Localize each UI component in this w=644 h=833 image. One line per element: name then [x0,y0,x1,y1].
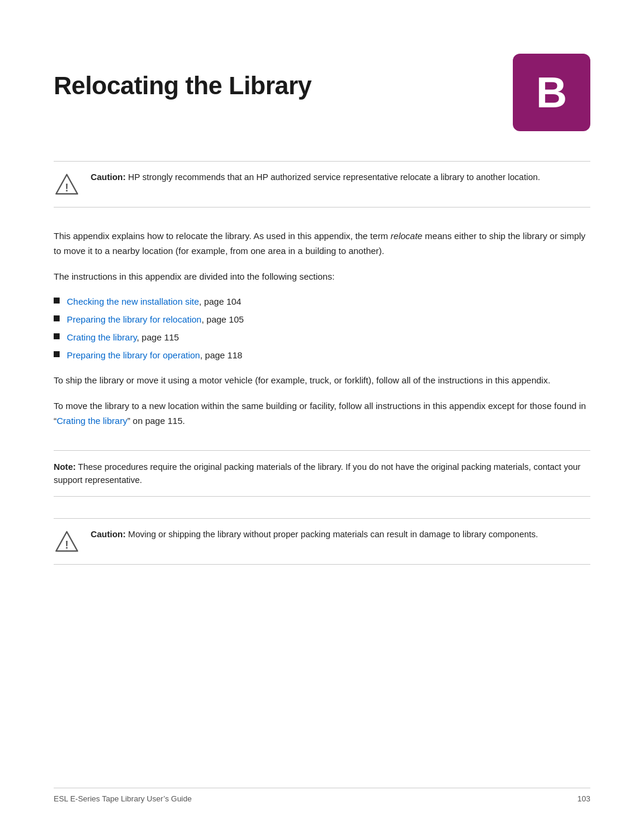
body-paragraph-1: To ship the library or move it using a m… [54,373,590,388]
list-item-text: Checking the new installation site, page… [67,295,242,309]
caution-box-1: ! Caution: HP strongly recommends that a… [54,161,590,208]
intro-paragraph-1: This appendix explains how to relocate t… [54,229,590,259]
caution-text-1: Caution: HP strongly recommends that an … [91,171,540,184]
italic-relocate: relocate [391,231,422,241]
caution-body-2: Moving or shipping the library without p… [128,529,538,539]
link-crating-inline[interactable]: Crating the library [57,416,127,426]
link-preparing-relocation[interactable]: Preparing the library for relocation [67,314,202,324]
caution-icon-2: ! [54,528,80,555]
chapter-badge: B [513,54,590,131]
caution-icon-1: ! [54,171,80,197]
bullet-square [54,315,60,321]
caution-label-2: Caution: [91,529,126,539]
list-item: Preparing the library for relocation, pa… [54,312,590,327]
header-area: Relocating the Library B [0,0,644,131]
caution-body-1: HP strongly recommends that an HP author… [128,172,540,182]
content-area: ! Caution: HP strongly recommends that a… [0,161,644,565]
bullet-square [54,351,60,357]
link-crating[interactable]: Crating the library [67,332,137,342]
caution-box-2: ! Caution: Moving or shipping the librar… [54,518,590,565]
list-item: Crating the library, page 115 [54,330,590,345]
link-preparing-operation[interactable]: Preparing the library for operation [67,350,200,360]
intro-paragraph-2: The instructions in this appendix are di… [54,270,590,284]
footer-page: 103 [577,794,590,803]
note-label: Note: [54,462,76,472]
chapter-title: Relocating the Library [54,54,311,100]
list-item-text: Crating the library, page 115 [67,330,179,345]
list-item: Preparing the library for operation, pag… [54,348,590,363]
svg-text:!: ! [65,182,69,194]
bullet-square [54,333,60,339]
bullet-square [54,298,60,304]
link-checking[interactable]: Checking the new installation site [67,296,199,306]
body-paragraph-2: To move the library to a new location wi… [54,399,590,429]
bullet-list: Checking the new installation site, page… [54,295,590,363]
list-item: Checking the new installation site, page… [54,295,590,309]
caution-text-2: Caution: Moving or shipping the library … [91,528,538,541]
note-body: These procedures require the original pa… [54,462,581,485]
chapter-badge-letter: B [536,71,567,114]
list-item-text: Preparing the library for operation, pag… [67,348,242,363]
note-box: Note: These procedures require the origi… [54,450,590,497]
caution-label-1: Caution: [91,172,126,182]
svg-text:!: ! [65,539,69,551]
footer-left: ESL E-Series Tape Library User’s Guide [54,794,191,803]
page: Relocating the Library B ! Caution: HP s… [0,0,644,833]
footer: ESL E-Series Tape Library User’s Guide 1… [54,788,590,803]
list-item-text: Preparing the library for relocation, pa… [67,312,244,327]
